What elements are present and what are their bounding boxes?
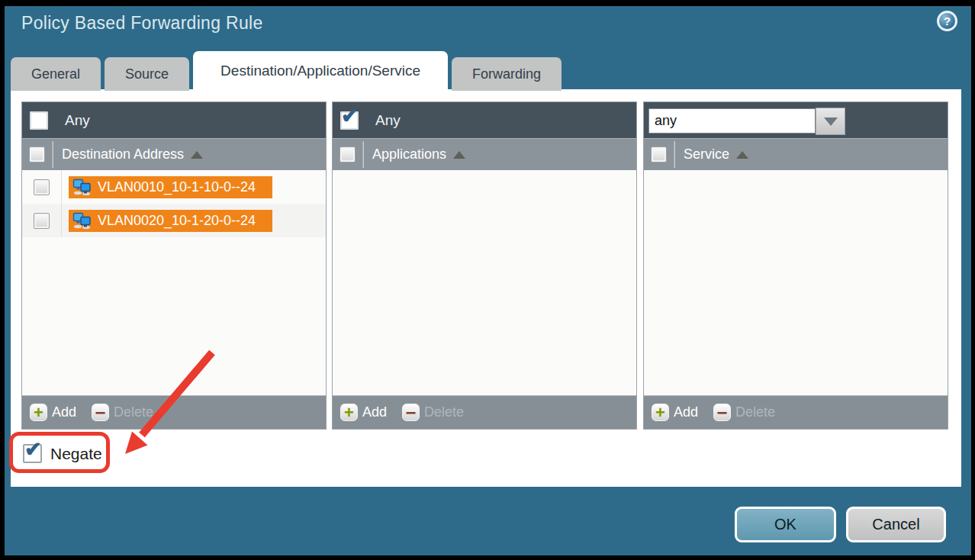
destination-footer-bar: + Add − Delete <box>22 395 326 429</box>
screenshot-root: Policy Based Forwarding Rule ? General S… <box>0 0 975 560</box>
service-dropdown-value[interactable]: any <box>648 108 816 134</box>
delete-icon[interactable]: − <box>402 404 420 421</box>
applications-footer-bar: + Add − Delete <box>333 395 636 429</box>
destination-any-label: Any <box>65 112 90 129</box>
applications-any-checkbox[interactable]: ✔ <box>340 111 359 130</box>
delete-button[interactable]: Delete <box>735 404 775 420</box>
cancel-button[interactable]: Cancel <box>846 507 946 542</box>
service-footer-bar: + Add − Delete <box>644 395 948 429</box>
sort-ascending-icon[interactable] <box>736 151 748 159</box>
address-object-label: VLAN0010_10-1-10-0--24 <box>98 179 256 195</box>
tab-source[interactable]: Source <box>105 57 189 91</box>
header-separator <box>52 141 53 168</box>
delete-button[interactable]: Delete <box>424 404 464 420</box>
dropdown-button[interactable] <box>816 108 845 135</box>
applications-any-label: Any <box>375 112 401 129</box>
applications-select-all-checkbox[interactable] <box>339 146 356 163</box>
delete-icon[interactable]: − <box>92 404 109 421</box>
header-separator <box>362 141 363 168</box>
service-select-all-checkbox[interactable] <box>651 146 667 163</box>
tab-forwarding[interactable]: Forwarding <box>452 57 562 91</box>
ok-button[interactable]: OK <box>735 507 836 542</box>
destination-address-list: VLAN0010_10-1-10-0--24 <box>22 170 326 395</box>
add-icon[interactable]: + <box>30 404 47 421</box>
sort-ascending-icon[interactable] <box>191 151 203 159</box>
destination-select-all-checkbox[interactable] <box>29 146 45 163</box>
table-row[interactable]: VLAN0020_10-1-20-0--24 <box>22 204 326 237</box>
service-any-bar: any <box>644 102 948 138</box>
address-object-label: VLAN0020_10-1-20-0--24 <box>98 213 256 229</box>
row-checkbox-cell <box>22 204 62 237</box>
add-icon[interactable]: + <box>340 404 358 421</box>
service-column: any Service + Add − Delete <box>643 101 948 430</box>
service-column-header[interactable]: Service <box>644 138 948 170</box>
applications-list <box>333 170 636 395</box>
row-checkbox[interactable] <box>34 213 50 229</box>
destination-any-bar: Any <box>22 102 326 138</box>
row-checkbox-cell <box>22 170 62 204</box>
chevron-down-icon <box>824 117 838 126</box>
address-object-chip[interactable]: VLAN0010_10-1-10-0--24 <box>69 176 272 198</box>
table-row[interactable]: VLAN0010_10-1-10-0--24 <box>22 170 326 204</box>
dialog-title: Policy Based Forwarding Rule <box>21 13 263 34</box>
help-icon[interactable]: ? <box>937 11 957 31</box>
tab-content-panel: Any Destination Address <box>11 89 961 487</box>
sort-ascending-icon[interactable] <box>453 151 465 159</box>
applications-column: ✔ Any Applications + Add − Delete <box>332 101 637 430</box>
service-list <box>644 170 948 395</box>
add-button[interactable]: Add <box>674 404 698 420</box>
add-button[interactable]: Add <box>362 404 387 420</box>
destination-address-column: Any Destination Address <box>21 101 327 430</box>
tab-destination-application-service[interactable]: Destination/Application/Service <box>193 51 448 91</box>
header-separator <box>674 141 674 168</box>
delete-button[interactable]: Delete <box>114 404 153 420</box>
add-button[interactable]: Add <box>52 404 76 420</box>
add-icon[interactable]: + <box>652 404 669 421</box>
applications-header-label: Applications <box>372 146 446 163</box>
negate-label: Negate <box>50 445 102 463</box>
row-checkbox[interactable] <box>34 179 50 195</box>
applications-any-bar: ✔ Any <box>333 102 636 138</box>
tab-bar: General Source Destination/Application/S… <box>11 51 562 91</box>
applications-column-header[interactable]: Applications <box>333 138 636 170</box>
destination-header-label: Destination Address <box>62 146 184 163</box>
negate-checkbox[interactable]: ✔ <box>23 444 42 463</box>
address-object-chip[interactable]: VLAN0020_10-1-20-0--24 <box>69 210 272 232</box>
service-header-label: Service <box>684 146 729 163</box>
network-address-icon <box>72 179 92 195</box>
delete-icon[interactable]: − <box>713 404 731 421</box>
destination-any-checkbox[interactable] <box>30 111 48 130</box>
tab-general[interactable]: General <box>11 57 101 91</box>
destination-column-header[interactable]: Destination Address <box>22 138 326 170</box>
service-dropdown[interactable]: any <box>648 108 845 135</box>
network-address-icon <box>72 212 92 229</box>
checkmark-icon: ✔ <box>341 104 359 128</box>
